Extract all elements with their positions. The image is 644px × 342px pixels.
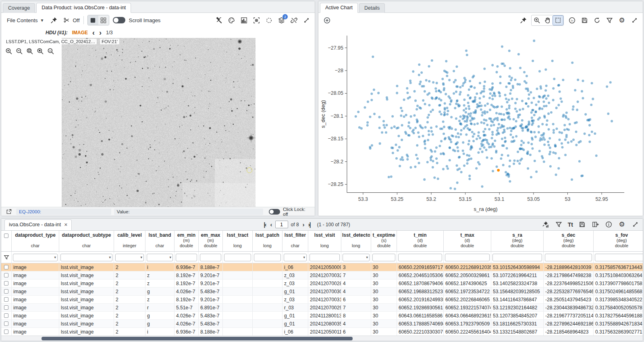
table-info-icon[interactable] (604, 220, 613, 229)
select-region-icon[interactable] (264, 16, 273, 25)
center-image-icon[interactable] (252, 16, 261, 25)
stretch-histogram-icon[interactable] (239, 16, 248, 25)
filter-input-t_exptime[interactable] (372, 254, 395, 261)
wcs-unlink-icon[interactable] (289, 16, 298, 25)
column-header-dataproduct_subtype[interactable]: dataproduct_subtypechar (59, 231, 114, 251)
page-number-input[interactable] (275, 221, 288, 228)
first-page-button[interactable]: |‹ (263, 221, 266, 227)
column-header-calib_level[interactable]: calib_levelinteger (114, 231, 145, 251)
row-checkbox[interactable] (4, 281, 8, 286)
column-header-s_fov[interactable]: s_fov(deg)double (594, 231, 643, 251)
column-header-dataproduct_type[interactable]: dataproduct_typechar (12, 231, 59, 251)
scatter-chart[interactable]: 53.353.2553.253.1553.153.055352.95−27.95… (318, 27, 643, 216)
cutout-button[interactable]: Off (62, 16, 80, 25)
filter-input-em_min[interactable] (176, 254, 197, 261)
tab-coverage[interactable]: Coverage (3, 3, 35, 13)
expand-chart-icon[interactable] (630, 16, 639, 25)
restore-chart-icon[interactable] (592, 16, 601, 25)
chart-pan-icon[interactable] (542, 16, 553, 25)
zoom-1x-icon[interactable]: 1x (46, 47, 55, 55)
filter-select-lsst_filter[interactable]: ▾ (284, 254, 307, 261)
column-header-lsst_tract[interactable]: lsst_tractlong (223, 231, 253, 251)
column-header-em_min[interactable]: em_min(m)double (175, 231, 199, 251)
tools-icon[interactable] (214, 16, 223, 25)
table-row[interactable]: imagelsst.visit_image2i6.936e-78.188e-7i… (1, 328, 643, 336)
filter-input-s_fov[interactable] (595, 254, 643, 261)
table-row[interactable]: imagelsst.visit_image2r5.51e-76.891e-7r_… (1, 304, 643, 312)
column-header-s_dec[interactable]: s_dec(deg)double (544, 231, 594, 251)
table-row[interactable]: imagelsst.visit_image2g4.026e-75.483e-7g… (1, 320, 643, 328)
single-view-button[interactable] (88, 15, 98, 25)
table-settings-gear-icon[interactable]: ⚙ (617, 220, 626, 229)
tab-details[interactable]: Details (359, 3, 385, 13)
scrollbar-thumb[interactable] (42, 337, 353, 340)
column-header-lsst_detector[interactable]: lsst_detectorlong (341, 231, 371, 251)
row-checkbox[interactable] (4, 329, 8, 334)
filter-row-funnel-icon[interactable] (2, 253, 11, 262)
filter-input-lsst_visit[interactable] (310, 254, 340, 261)
next-hdu-button[interactable]: › (99, 29, 102, 36)
pin-table-chart-icon[interactable] (541, 220, 550, 229)
select-all-checkbox[interactable] (4, 234, 8, 238)
click-lock-toggle[interactable] (269, 209, 280, 215)
filter-input-lsst_tract[interactable] (224, 254, 251, 261)
filter-select-lsst_detector[interactable]: ▾ (343, 254, 370, 261)
pin-chart-icon[interactable] (519, 16, 528, 25)
layers-icon[interactable]: 2 (277, 16, 286, 25)
table-row[interactable]: imagelsst.visit_image2z8.192e-79.201e-7z… (1, 271, 643, 279)
column-header-lsst_filter[interactable]: lsst_filterchar (283, 231, 308, 251)
column-header-lsst_patch[interactable]: lsst_patchlong (253, 231, 283, 251)
grid-view-button[interactable] (98, 15, 109, 25)
row-checkbox[interactable] (4, 289, 8, 294)
column-header-em_max[interactable]: em_max(m)double (199, 231, 223, 251)
row-checkbox[interactable] (4, 265, 8, 269)
column-header-s_ra[interactable]: s_ra(deg)double (491, 231, 544, 251)
row-checkbox[interactable] (4, 297, 8, 302)
table-row[interactable]: imagelsst.visit_image2z8.192e-79.201e-7z… (1, 279, 643, 288)
filter-input-s_dec[interactable] (545, 254, 592, 261)
column-header-t_max[interactable]: t_max(d)double (444, 231, 491, 251)
zoom-out-icon[interactable] (15, 47, 23, 55)
filter-select-calib_level[interactable]: ▾ (115, 254, 144, 261)
horizontal-scrollbar[interactable] (1, 336, 643, 341)
filter-chart-icon[interactable] (605, 16, 614, 25)
filter-select-dataproduct_subtype[interactable]: ▾ (60, 254, 112, 261)
column-header-lsst_visit[interactable]: lsst_visitlong (308, 231, 341, 251)
scroll-images-toggle[interactable] (113, 17, 125, 23)
filter-input-t_max[interactable] (445, 254, 490, 261)
chart-settings-gear-icon[interactable]: ⚙ (617, 16, 626, 25)
row-checkbox[interactable] (4, 305, 8, 310)
filter-select-lsst_band[interactable]: ▾ (147, 254, 173, 261)
next-page-button[interactable]: › (302, 221, 305, 227)
table-row[interactable]: imagelsst.visit_image2g4.026e-75.483e-7g… (1, 288, 643, 296)
save-chart-icon[interactable] (580, 16, 589, 25)
text-view-icon[interactable]: Tt (568, 221, 573, 228)
filter-input-s_ra[interactable] (492, 254, 542, 261)
open-expanded-view-icon[interactable] (4, 207, 13, 216)
chart-zoom-original-icon[interactable]: 1x (567, 16, 576, 25)
table-row[interactable]: imagelsst.visit_image2g4.026e-75.483e-7g… (1, 312, 643, 320)
table-row[interactable]: imagelsst.visit_image2i6.936e-78.188e-7i… (1, 263, 643, 271)
color-table-icon[interactable] (227, 16, 236, 25)
close-table-icon[interactable]: × (64, 222, 67, 227)
filter-table-icon[interactable] (555, 220, 563, 229)
expand-table-icon[interactable] (631, 220, 640, 229)
prev-page-button[interactable]: ‹ (270, 221, 272, 227)
chart-zoom-icon[interactable] (532, 16, 542, 25)
filter-input-t_min[interactable] (398, 254, 442, 261)
table-row[interactable]: imagelsst.visit_image2z8.192e-79.201e-7z… (1, 296, 643, 304)
zoom-in-icon[interactable] (4, 47, 13, 55)
file-contents-dropdown[interactable]: File Contents ▼ (5, 16, 46, 25)
filter-input-lsst_patch[interactable] (254, 254, 281, 261)
prev-hdu-button[interactable]: ‹ (92, 29, 95, 36)
row-checkbox[interactable] (4, 273, 8, 277)
zoom-fit-icon[interactable] (25, 47, 34, 55)
table-tab[interactable]: ivoa.ObsCore - data-int × (4, 219, 72, 230)
add-column-icon[interactable] (591, 220, 600, 229)
save-table-icon[interactable] (578, 220, 586, 229)
zoom-fill-icon[interactable] (36, 47, 44, 55)
add-chart-icon[interactable] (322, 16, 331, 25)
column-header-t_exptime[interactable]: t_exptime(s)double (371, 231, 397, 251)
filter-input-em_max[interactable] (200, 254, 221, 261)
chart-select-icon[interactable] (553, 16, 563, 25)
